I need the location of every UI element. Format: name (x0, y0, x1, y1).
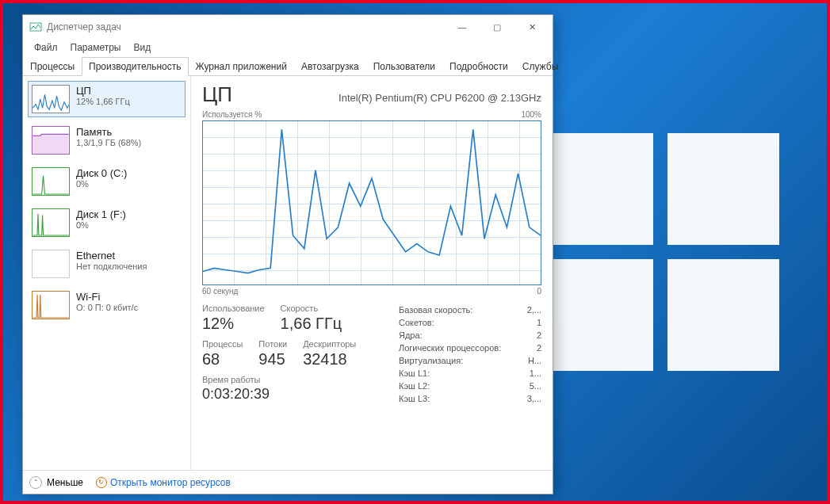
disk-thumb-icon (32, 167, 70, 196)
cpu-thumb-icon (32, 85, 70, 113)
page-title: ЦП (202, 82, 232, 107)
sidebar: ЦП12% 1,66 ГГц Память1,3/1,9 ГБ (68%) Ди… (23, 76, 191, 470)
desktop-windows-logo (541, 133, 779, 371)
tabbar: Процессы Производительность Журнал прило… (23, 56, 553, 76)
chart-label-bl: 60 секунд (202, 287, 238, 296)
fewer-details-button[interactable]: ˄ Меньше (29, 476, 83, 489)
close-button[interactable]: ✕ (514, 15, 549, 39)
chart-label-tl: Используется % (202, 110, 262, 119)
tab-app-history[interactable]: Журнал приложений (189, 57, 294, 76)
task-manager-window: Диспетчер задач — ▢ ✕ Файл Параметры Вид… (22, 14, 553, 494)
sidebar-item-label: Диск 0 (C:) (76, 167, 127, 179)
menubar: Файл Параметры Вид (23, 39, 553, 56)
svg-rect-1 (33, 136, 68, 154)
stats-right-list: Базовая скорость:2,...Сокетов:1Ядра:2Лог… (399, 304, 541, 409)
main-panel: ЦП Intel(R) Pentium(R) CPU P6200 @ 2.13G… (191, 76, 553, 470)
menu-view[interactable]: Вид (127, 40, 157, 55)
stat-threads: 945 (258, 350, 287, 368)
cpu-model: Intel(R) Pentium(R) CPU P6200 @ 2.13GHz (339, 92, 541, 104)
stat-handles: 32418 (303, 350, 356, 368)
tab-performance[interactable]: Производительность (82, 57, 188, 76)
resource-monitor-icon: ↻ (96, 477, 107, 488)
wifi-thumb-icon (32, 291, 70, 319)
titlebar[interactable]: Диспетчер задач — ▢ ✕ (23, 15, 553, 39)
sidebar-item-cpu[interactable]: ЦП12% 1,66 ГГц (28, 81, 186, 117)
ethernet-thumb-icon (32, 250, 70, 278)
chart-label-tr: 100% (521, 110, 541, 119)
statusbar: ˄ Меньше ↻ Открыть монитор ресурсов (23, 470, 553, 494)
sidebar-item-wifi[interactable]: Wi-FiО: 0 П: 0 кбит/с (28, 287, 186, 323)
maximize-button[interactable]: ▢ (480, 15, 514, 39)
sidebar-item-memory[interactable]: Память1,3/1,9 ГБ (68%) (28, 122, 186, 158)
sidebar-item-label: Диск 1 (F:) (76, 208, 126, 220)
stat-uptime: 0:03:20:39 (202, 386, 270, 403)
stat-processes: 68 (202, 350, 243, 368)
sidebar-item-ethernet[interactable]: EthernetНет подключения (28, 246, 186, 282)
sidebar-item-label: ЦП (76, 85, 130, 97)
app-icon (29, 21, 42, 33)
window-title: Диспетчер задач (47, 21, 445, 32)
sidebar-item-disk1[interactable]: Диск 1 (F:)0% (28, 204, 186, 241)
menu-options[interactable]: Параметры (64, 40, 128, 55)
tab-details[interactable]: Подробности (442, 57, 515, 76)
memory-thumb-icon (32, 126, 70, 155)
cpu-usage-chart (202, 120, 541, 285)
stat-speed: 1,66 ГГц (281, 315, 342, 333)
chart-label-br: 0 (537, 287, 541, 296)
tab-services[interactable]: Службы (515, 57, 565, 76)
tab-processes[interactable]: Процессы (23, 57, 82, 76)
tab-startup[interactable]: Автозагрузка (294, 57, 366, 76)
sidebar-item-label: Ethernet (76, 250, 147, 262)
sidebar-item-label: Память (76, 126, 141, 138)
open-resource-monitor-link[interactable]: ↻ Открыть монитор ресурсов (96, 477, 231, 488)
sidebar-item-disk0[interactable]: Диск 0 (C:)0% (28, 163, 186, 200)
tab-users[interactable]: Пользователи (366, 57, 442, 76)
sidebar-item-label: Wi-Fi (76, 291, 138, 303)
disk-thumb-icon (32, 208, 70, 237)
minimize-button[interactable]: — (445, 15, 480, 39)
menu-file[interactable]: Файл (28, 40, 64, 55)
chevron-up-icon: ˄ (29, 476, 42, 489)
stat-usage: 12% (202, 315, 265, 333)
